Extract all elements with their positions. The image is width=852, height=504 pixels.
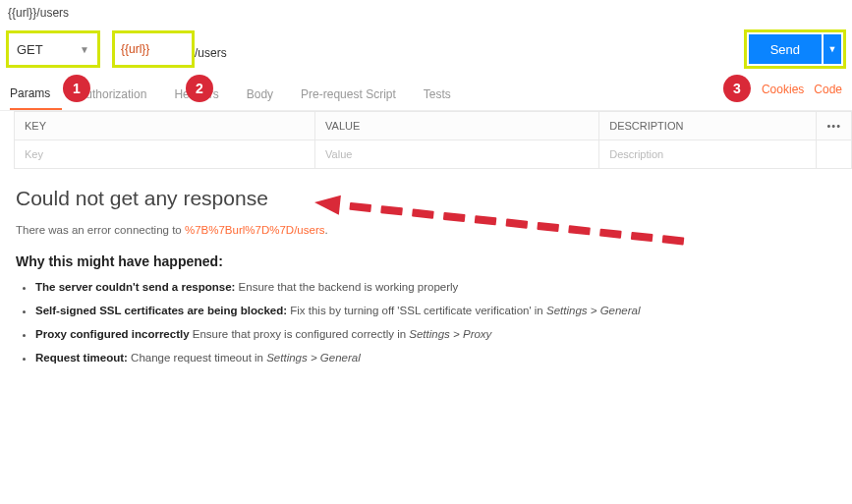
params-table: KEY VALUE DESCRIPTION ••• Key Value Desc…: [14, 111, 852, 169]
tab-prerequest[interactable]: Pre-request Script: [301, 82, 408, 109]
why-title: Why this might have happened:: [16, 253, 836, 269]
url-path-text[interactable]: /users: [195, 39, 227, 60]
col-desc-header: DESCRIPTION: [599, 112, 817, 140]
col-value-header: VALUE: [315, 112, 599, 140]
list-item: Proxy configured incorrectly Ensure that…: [35, 326, 836, 342]
reason-list: The server couldn't send a response: Ens…: [35, 279, 836, 365]
annotation-3: 3: [723, 75, 751, 102]
send-button[interactable]: Send: [749, 34, 822, 64]
send-dropdown-button[interactable]: ▼: [824, 34, 841, 64]
chevron-down-icon: ▼: [80, 44, 89, 55]
response-title: Could not get any response: [16, 187, 836, 210]
col-key-header: KEY: [15, 112, 315, 140]
url-variable-box[interactable]: {{url}}: [112, 30, 195, 68]
tab-body[interactable]: Body: [247, 82, 285, 109]
response-area: Could not get any response There was an …: [0, 169, 852, 391]
table-row: Key Value Description: [15, 140, 852, 169]
request-row: GET ▼ {{url}} /users Send ▼ 1 2 3: [0, 26, 852, 73]
err-prefix: There was an error connecting to: [16, 224, 185, 236]
list-item: Self-signed SSL certificates are being b…: [35, 303, 836, 318]
table-header-row: KEY VALUE DESCRIPTION •••: [15, 112, 852, 140]
code-link[interactable]: Code: [814, 83, 842, 96]
tab-params[interactable]: Params: [10, 81, 62, 110]
annotation-1: 1: [63, 75, 90, 102]
cookies-link[interactable]: Cookies: [762, 83, 804, 96]
send-button-group: Send ▼: [744, 29, 846, 69]
more-icon[interactable]: •••: [817, 112, 852, 140]
key-input[interactable]: Key: [15, 140, 315, 169]
url-variable-text: {{url}}: [121, 42, 149, 56]
response-error-line: There was an error connecting to %7B%7Bu…: [16, 224, 836, 236]
method-label: GET: [17, 42, 43, 57]
list-item: Request timeout: Change request timeout …: [35, 350, 836, 365]
top-url-display: {{url}}/users: [0, 0, 852, 26]
right-links: Cookies Code: [762, 83, 842, 96]
err-suffix: .: [325, 224, 328, 236]
annotation-2: 2: [186, 75, 213, 102]
value-input[interactable]: Value: [315, 140, 599, 169]
method-select[interactable]: GET ▼: [6, 30, 100, 68]
tab-tests[interactable]: Tests: [424, 82, 463, 109]
list-item: The server couldn't send a response: Ens…: [35, 279, 836, 295]
err-url: %7B%7Burl%7D%7D/users: [185, 224, 325, 236]
desc-input[interactable]: Description: [599, 140, 817, 169]
